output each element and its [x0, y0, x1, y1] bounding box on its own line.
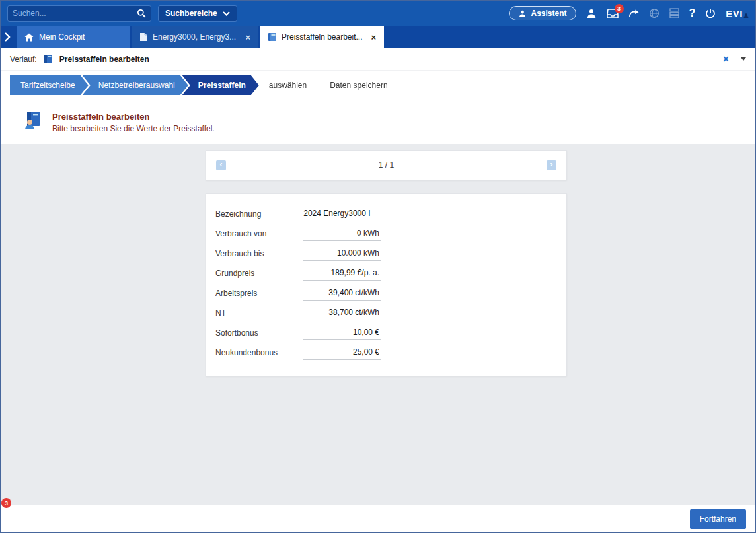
history-dropdown-icon[interactable]	[741, 57, 746, 61]
inbox-badge: 3	[615, 4, 624, 13]
verbrauch-von-input[interactable]	[303, 227, 381, 241]
content-area: ‹ 1 / 1 › Bezeichnung Verbrauch von Verb…	[1, 144, 755, 509]
step-auswaehlen[interactable]: auswählen	[253, 75, 320, 95]
form-row-grundpreis: Grundpreis	[215, 264, 549, 283]
tab-close-icon[interactable]: ×	[245, 33, 250, 42]
nt-input[interactable]	[303, 306, 381, 320]
redo-icon[interactable]	[628, 9, 639, 18]
tab-bar: Mein Cockpit Energy3000, Energy3... × Pr…	[1, 26, 755, 48]
assistant-button[interactable]: Assistent	[509, 6, 576, 20]
step-label: Preisstaffeln	[198, 81, 246, 90]
top-bar-actions: Assistent 3 ? EVI	[509, 6, 749, 20]
price-tier-form: Bezeichnung Verbrauch von Verbrauch bis …	[206, 193, 567, 376]
form-row-neukundenbonus: Neukundenbonus	[215, 343, 549, 363]
top-bar: Suchbereiche Assistent 3	[1, 1, 755, 26]
step-label: Netzbetreiberauswahl	[98, 81, 175, 90]
wizard-steps: Tarifzeitscheibe Netzbetreiberauswahl Pr…	[1, 71, 755, 102]
step-netzbetreiberauswahl[interactable]: Netzbetreiberauswahl	[83, 75, 188, 95]
next-page-button[interactable]: ›	[547, 160, 556, 170]
evi-logo: EVI	[726, 8, 749, 19]
user-icon[interactable]	[586, 8, 597, 18]
step-preisstaffeln[interactable]: Preisstaffeln	[182, 75, 259, 95]
verbrauch-bis-input[interactable]	[303, 247, 381, 261]
field-label: Verbrauch bis	[215, 249, 303, 258]
step-tarifzeitscheibe[interactable]: Tarifzeitscheibe	[10, 75, 89, 95]
sofortbonus-input[interactable]	[303, 326, 381, 340]
bezeichnung-input[interactable]	[302, 207, 549, 221]
field-label: Grundpreis	[215, 269, 303, 278]
notification-corner-badge[interactable]: 3	[1, 498, 11, 508]
field-label: Neukundenbonus	[215, 348, 303, 357]
page-title: Preisstaffeln bearbeiten	[52, 112, 215, 122]
step-label: auswählen	[269, 81, 307, 90]
search-input[interactable]	[13, 9, 137, 18]
history-current-item[interactable]: Preisstaffeln bearbeiten	[59, 55, 149, 64]
form-row-verbrauch-von: Verbrauch von	[215, 224, 549, 244]
expand-sidebar-icon[interactable]	[3, 32, 11, 42]
chevron-down-icon	[223, 11, 230, 16]
history-label: Verlauf:	[10, 55, 37, 64]
history-bar-actions: ×	[723, 54, 746, 65]
globe-icon[interactable]	[649, 8, 660, 18]
server-list-icon[interactable]	[669, 8, 679, 18]
previous-page-button[interactable]: ‹	[216, 160, 226, 170]
help-icon[interactable]: ?	[689, 7, 696, 19]
arbeitspreis-input[interactable]	[303, 287, 381, 301]
inbox-icon[interactable]: 3	[607, 9, 619, 18]
bottom-bar: Fortfahren	[1, 505, 755, 532]
tab-label: Preisstaffeln bearbeit...	[282, 32, 363, 42]
field-label: NT	[215, 308, 303, 318]
home-icon	[24, 33, 34, 42]
history-bar: Verlauf: Preisstaffeln bearbeiten ×	[1, 48, 755, 71]
field-label: Sofortbonus	[215, 328, 303, 338]
page-header: Preisstaffeln bearbeiten Bitte bearbeite…	[1, 102, 755, 144]
step-label: Daten speichern	[330, 81, 387, 90]
search-box[interactable]	[7, 5, 151, 22]
assistant-label: Assistent	[531, 9, 567, 18]
field-label: Arbeitspreis	[215, 289, 303, 298]
field-label: Bezeichnung	[215, 209, 302, 219]
page-indicator: 1 / 1	[226, 160, 547, 170]
evi-logo-text: EVI	[726, 8, 743, 19]
form-row-verbrauch-bis: Verbrauch bis	[215, 244, 549, 264]
document-icon	[139, 32, 147, 42]
pagination-card: ‹ 1 / 1 ›	[206, 150, 567, 180]
document-icon	[268, 32, 276, 42]
tab-mein-cockpit[interactable]: Mein Cockpit	[17, 26, 130, 48]
search-icon[interactable]	[137, 9, 146, 18]
form-row-arbeitspreis: Arbeitspreis	[215, 283, 549, 303]
power-icon[interactable]	[705, 8, 716, 18]
tab-label: Energy3000, Energy3...	[153, 32, 236, 42]
application-window: Suchbereiche Assistent 3	[0, 0, 756, 533]
grundpreis-input[interactable]	[303, 267, 381, 281]
form-row-nt: NT	[215, 303, 549, 323]
page-header-text: Preisstaffeln bearbeiten Bitte bearbeite…	[52, 110, 215, 133]
search-scope-dropdown[interactable]: Suchbereiche	[158, 5, 237, 22]
form-row-sofortbonus: Sofortbonus	[215, 323, 549, 343]
page-icon	[23, 110, 43, 130]
step-label: Tarifzeitscheibe	[20, 81, 75, 90]
continue-button[interactable]: Fortfahren	[690, 509, 746, 529]
tab-preisstaffeln-bearbeiten[interactable]: Preisstaffeln bearbeit... ×	[260, 26, 384, 48]
search-scope-label: Suchbereiche	[165, 9, 217, 18]
tab-close-icon[interactable]: ×	[371, 33, 376, 42]
close-workflow-icon[interactable]: ×	[723, 54, 729, 65]
page-subtitle: Bitte bearbeiten Sie die Werte der Preis…	[52, 124, 215, 133]
step-daten-speichern[interactable]: Daten speichern	[314, 75, 400, 95]
tab-energy3000[interactable]: Energy3000, Energy3... ×	[132, 26, 258, 48]
neukundenbonus-input[interactable]	[303, 346, 381, 360]
tab-label: Mein Cockpit	[39, 32, 85, 42]
form-row-bezeichnung: Bezeichnung	[215, 204, 549, 224]
evi-logo-flame-icon	[743, 13, 749, 18]
field-label: Verbrauch von	[215, 229, 303, 238]
book-icon	[43, 54, 54, 64]
assistant-icon	[518, 9, 527, 18]
